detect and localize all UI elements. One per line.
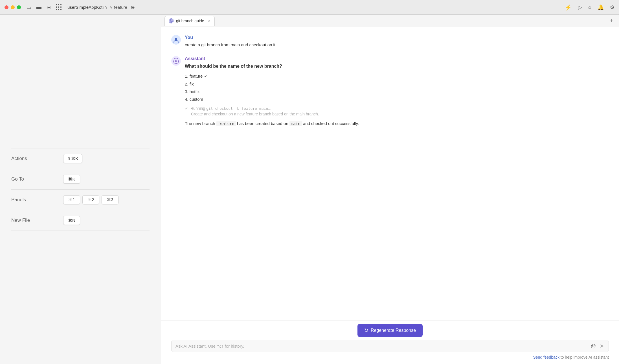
sidebar-toggle-icon[interactable]: ▭ — [27, 4, 31, 10]
ai-chat-area: You create a git branch from main and ch… — [161, 27, 619, 320]
svg-point-3 — [175, 38, 177, 40]
shortcut-label-actions: Actions — [11, 156, 56, 161]
ai-tab-icon — [169, 18, 174, 23]
regenerate-button[interactable]: ↻ Regenerate Response — [357, 324, 423, 337]
titlebar-actions: ⚡ ▷ ⌕ 🔔 ⚙ — [565, 4, 614, 11]
branch-info: ⑂ feature — [110, 5, 127, 10]
traffic-lights — [5, 5, 21, 9]
shortcut-label-goto: Go To — [11, 176, 56, 182]
shortcut-keys-actions: ⇧⌘K — [63, 154, 82, 163]
branch-option-3[interactable]: 3. hotfix — [185, 89, 609, 95]
panel-toggle-icon[interactable]: ▬ — [36, 4, 41, 10]
branch-option-2[interactable]: 2. fix — [185, 81, 609, 87]
fullscreen-button[interactable] — [17, 5, 21, 9]
project-name: userSimpleAppKotlin — [67, 5, 107, 10]
assistant-sender-label: Assistant — [185, 56, 609, 61]
kbd-panels-3[interactable]: ⌘3 — [102, 195, 118, 204]
success-message: The new branch feature has been created … — [185, 120, 609, 127]
shortcut-keys-panels: ⌘1 ⌘2 ⌘3 — [63, 195, 118, 204]
titlebar: ▭ ▬ ⊟ userSimpleAppKotlin ⑂ feature ⊕ ⚡ … — [0, 0, 619, 15]
shortcut-keys-goto: ⌘K — [63, 175, 80, 184]
branch-options: 1. feature ✓ 2. fix 3. hotfix 4. custom — [185, 73, 609, 102]
branch-option-4[interactable]: 4. custom — [185, 96, 609, 102]
send-button[interactable]: ➤ — [599, 343, 605, 349]
regenerate-label: Regenerate Response — [371, 328, 416, 333]
play-icon[interactable]: ▷ — [578, 4, 582, 10]
shortcut-panels: Panels ⌘1 ⌘2 ⌘3 — [11, 190, 150, 210]
user-message: You create a git branch from main and ch… — [171, 35, 609, 48]
left-panel: Actions ⇧⌘K Go To ⌘K Panels ⌘1 ⌘2 ⌘3 — [0, 15, 161, 364]
add-tab-button[interactable]: + — [607, 17, 616, 25]
feedback-row: Send feedback to help improve AI assista… — [171, 355, 609, 359]
chat-input-row: @ ➤ — [171, 340, 609, 352]
user-avatar — [171, 35, 181, 45]
at-mention-button[interactable]: @ — [590, 343, 597, 349]
feedback-text: to help improve AI assistant — [559, 355, 609, 359]
shortcut-actions: Actions ⇧⌘K — [11, 148, 150, 169]
branch-name: feature — [114, 5, 127, 10]
assistant-question: What should be the name of the new branc… — [185, 63, 609, 70]
ai-panel: git branch guide × + You create a git br… — [161, 15, 619, 364]
kbd-panels-2[interactable]: ⌘2 — [82, 195, 99, 204]
ai-tab-git-branch-guide[interactable]: git branch guide × — [164, 16, 215, 26]
shortcut-label-panels: Panels — [11, 197, 56, 203]
layout-toggle-icon[interactable]: ⊟ — [47, 4, 51, 10]
shortcut-label-newfile: New File — [11, 218, 56, 223]
chat-input[interactable] — [175, 344, 587, 348]
kbd-newfile[interactable]: ⌘N — [63, 216, 80, 225]
assistant-message: Assistant What should be the name of the… — [171, 56, 609, 127]
shortcuts-table: Actions ⇧⌘K Go To ⌘K Panels ⌘1 ⌘2 ⌘3 — [11, 148, 150, 231]
ai-tab-bar: git branch guide × + — [161, 15, 619, 27]
search-icon[interactable]: ⌕ — [588, 4, 591, 10]
ai-tab-close[interactable]: × — [208, 19, 210, 23]
branch-icon: ⑂ — [110, 5, 113, 10]
cmd-check-icon: ✓ — [185, 106, 188, 111]
svg-point-2 — [171, 20, 172, 21]
running-command: ✓ Running git checkout -b feature main..… — [185, 105, 609, 117]
user-message-content: You create a git branch from main and ch… — [185, 35, 609, 48]
cmd-description: Create and checkout on a new feature bra… — [191, 112, 609, 116]
ai-bottom: ↻ Regenerate Response @ ➤ Send feedback … — [161, 320, 619, 364]
user-message-text: create a git branch from main and checko… — [185, 42, 609, 48]
kbd-actions[interactable]: ⇧⌘K — [63, 154, 82, 163]
titlebar-panel-icons: ▭ ▬ ⊟ — [27, 4, 62, 10]
regenerate-icon: ↻ — [364, 327, 368, 334]
kbd-goto[interactable]: ⌘K — [63, 175, 80, 184]
bell-icon[interactable]: 🔔 — [598, 4, 604, 10]
svg-point-4 — [175, 60, 177, 62]
shortcut-goto: Go To ⌘K — [11, 169, 150, 190]
add-user-icon[interactable]: ⊕ — [131, 4, 135, 10]
lightning-icon[interactable]: ⚡ — [565, 4, 572, 11]
settings-icon[interactable]: ⚙ — [610, 4, 614, 10]
close-button[interactable] — [5, 5, 8, 9]
ai-tab-title: git branch guide — [176, 19, 204, 23]
shortcut-keys-newfile: ⌘N — [63, 216, 80, 225]
minimize-button[interactable] — [11, 5, 15, 9]
kbd-panels-1[interactable]: ⌘1 — [63, 195, 80, 204]
feedback-link[interactable]: Send feedback — [533, 355, 559, 359]
shortcut-newfile: New File ⌘N — [11, 210, 150, 231]
assistant-message-content: Assistant What should be the name of the… — [185, 56, 609, 127]
grid-icon[interactable] — [56, 4, 62, 10]
branch-option-1[interactable]: 1. feature ✓ — [185, 73, 609, 79]
cmd-running-text: Running git checkout -b feature main... — [190, 106, 271, 111]
user-sender-label: You — [185, 35, 609, 40]
main-content: Actions ⇧⌘K Go To ⌘K Panels ⌘1 ⌘2 ⌘3 — [0, 15, 619, 364]
assistant-avatar — [171, 56, 181, 66]
